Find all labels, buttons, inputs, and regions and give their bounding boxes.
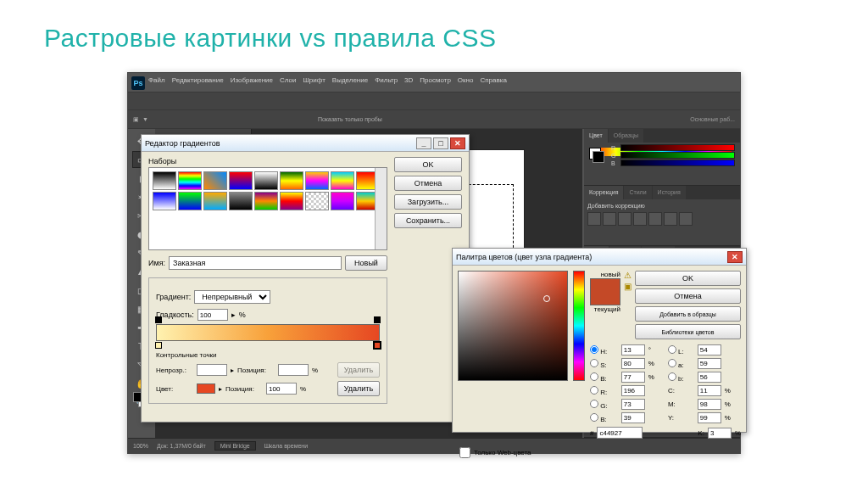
menu-image[interactable]: Изображение [231, 76, 273, 90]
stops-label: Контрольные точки [156, 351, 380, 359]
m-input[interactable] [698, 399, 721, 410]
timeline-tab[interactable]: Шкала времени [264, 443, 308, 449]
l-input[interactable] [698, 344, 721, 355]
menu-edit[interactable]: Редактирование [172, 76, 224, 90]
new-button[interactable]: Новый [345, 255, 387, 271]
hue-slider[interactable] [573, 271, 585, 381]
fg-bg-mini[interactable] [589, 148, 604, 163]
radio-b[interactable] [590, 372, 598, 381]
preset-swatch[interactable] [280, 171, 303, 190]
menu-window[interactable]: Окно [458, 76, 474, 90]
preset-swatch[interactable] [229, 171, 253, 190]
pos-label: Позиция: [237, 367, 275, 374]
radio-a[interactable] [668, 359, 676, 367]
tab-color[interactable]: Цвет [584, 129, 608, 143]
add-swatch-button[interactable]: Добавить в образцы [635, 306, 741, 322]
radio-h[interactable] [590, 345, 598, 354]
zoom-level[interactable]: 100% [133, 443, 148, 449]
opacity-stop[interactable] [155, 316, 162, 323]
preset-swatch[interactable] [254, 171, 278, 190]
save-button[interactable]: Сохранить... [394, 213, 462, 228]
h-input[interactable] [621, 344, 645, 355]
load-button[interactable]: Загрузить... [394, 194, 462, 210]
slider-g[interactable] [620, 152, 735, 159]
r-input[interactable] [621, 385, 645, 396]
color-swatch[interactable] [197, 383, 215, 394]
dialog-titlebar[interactable]: Палитра цветов (цвет узла градиента) ✕ [453, 249, 746, 266]
menu-file[interactable]: Файл [148, 76, 165, 90]
color-libs-button[interactable]: Библиотеки цветов [635, 324, 741, 339]
preset-swatch[interactable] [203, 192, 227, 210]
gradient-bar[interactable] [156, 324, 380, 341]
preset-swatch[interactable] [229, 192, 253, 210]
s-input[interactable] [621, 358, 645, 369]
name-input[interactable] [169, 256, 342, 270]
preset-swatch[interactable] [254, 192, 278, 210]
color-stop[interactable] [374, 342, 381, 349]
preset-swatch[interactable] [280, 192, 303, 210]
menu-layers[interactable]: Слои [280, 76, 296, 90]
preset-swatch[interactable] [178, 171, 202, 190]
radio-r[interactable] [590, 386, 598, 395]
web-only-checkbox[interactable] [459, 447, 470, 458]
ok-button[interactable]: OK [394, 157, 462, 172]
cancel-button[interactable]: Отмена [635, 288, 741, 304]
tab-adjust[interactable]: Коррекция [584, 186, 623, 199]
bb-input[interactable] [698, 372, 721, 383]
cancel-button[interactable]: Отмена [394, 176, 462, 191]
menu-type[interactable]: Шрифт [303, 76, 325, 90]
preset-swatch[interactable] [305, 192, 329, 210]
cube-icon[interactable]: ▣ [624, 282, 632, 291]
preset-swatch[interactable] [153, 171, 176, 190]
workspace-switcher[interactable]: Основные раб... [690, 116, 735, 122]
menu-view[interactable]: Просмотр [420, 76, 451, 90]
slider-r[interactable] [620, 144, 735, 151]
radio-bb[interactable] [668, 372, 676, 381]
menu-filter[interactable]: Фильтр [375, 76, 398, 90]
y-input[interactable] [698, 412, 721, 423]
pos-input[interactable] [266, 383, 297, 395]
ok-button[interactable]: OK [635, 271, 741, 286]
warning-icon[interactable]: ⚠ [624, 271, 632, 280]
tab-swatches[interactable]: Образцы [609, 129, 643, 143]
preset-swatch[interactable] [203, 171, 227, 190]
color-field[interactable] [458, 271, 568, 381]
radio-bv[interactable] [590, 413, 598, 422]
k-input[interactable] [708, 428, 732, 439]
menu-3d[interactable]: 3D [404, 76, 413, 90]
a-input[interactable] [698, 358, 721, 369]
minimize-icon[interactable]: _ [416, 137, 431, 149]
b-input[interactable] [621, 372, 645, 383]
maximize-icon[interactable]: □ [433, 137, 448, 149]
dialog-titlebar[interactable]: Редактор градиентов _ □ ✕ [142, 135, 469, 152]
close-icon[interactable]: ✕ [450, 137, 465, 149]
tab-styles[interactable]: Стили [624, 186, 651, 199]
dialog-title: Редактор градиентов [145, 139, 220, 148]
c-input[interactable] [698, 385, 721, 396]
hex-input[interactable] [597, 427, 643, 439]
close-icon[interactable]: ✕ [727, 251, 743, 263]
color-cursor[interactable] [543, 295, 550, 302]
preset-swatch[interactable] [305, 171, 329, 190]
preset-swatch[interactable] [331, 192, 354, 210]
opacity-stop[interactable] [374, 316, 381, 323]
bv-input[interactable] [621, 412, 645, 423]
g-input[interactable] [621, 399, 645, 410]
mini-bridge-tab[interactable]: Mini Bridge [214, 441, 256, 451]
type-select[interactable]: Непрерывный [194, 290, 270, 304]
delete-button[interactable]: Удалить [337, 381, 380, 396]
radio-s[interactable] [590, 359, 598, 367]
tab-history[interactable]: История [653, 186, 686, 199]
menu-help[interactable]: Справка [480, 76, 506, 90]
preset-swatch[interactable] [331, 171, 354, 190]
smooth-input[interactable] [198, 309, 228, 321]
slider-b[interactable] [620, 160, 735, 166]
radio-g[interactable] [590, 400, 598, 408]
color-stop[interactable] [155, 342, 162, 349]
preset-swatch[interactable] [178, 192, 202, 210]
scrollbar[interactable] [375, 168, 387, 249]
secondary-bar: ▣▼ Показать только пробы Основные раб... [128, 110, 740, 129]
menu-select[interactable]: Выделение [332, 76, 368, 90]
radio-l[interactable] [668, 345, 676, 354]
preset-swatch[interactable] [153, 192, 176, 210]
